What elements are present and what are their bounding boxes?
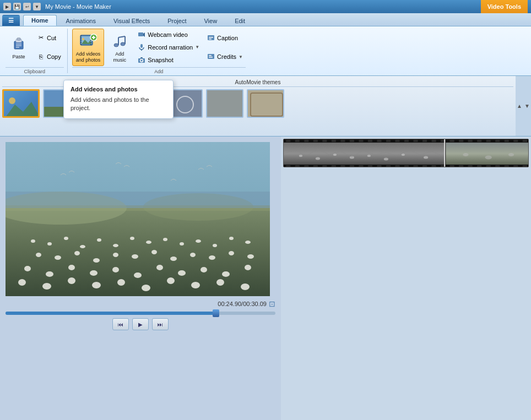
video-preview xyxy=(6,142,270,296)
svg-rect-115 xyxy=(322,140,327,142)
svg-point-166 xyxy=(299,155,302,157)
quick-access-more[interactable]: ▼ xyxy=(33,3,41,10)
svg-rect-39 xyxy=(209,55,212,56)
svg-point-168 xyxy=(333,154,337,156)
svg-rect-112 xyxy=(295,140,300,142)
svg-point-101 xyxy=(92,282,101,288)
progress-bar[interactable] xyxy=(6,312,275,315)
themes-scroll-down[interactable]: ▼ xyxy=(523,76,531,136)
caption-col: Caption Credits ▼ xyxy=(204,29,246,66)
svg-rect-149 xyxy=(386,165,391,167)
mic-icon xyxy=(138,43,145,51)
expand-icon[interactable]: ⊡ xyxy=(269,299,275,308)
record-dropdown-arrow[interactable]: ▼ xyxy=(195,45,199,50)
tooltip-desc: Add videos and photos to the project. xyxy=(71,96,166,113)
svg-rect-140 xyxy=(304,165,308,167)
snapshot-button[interactable]: Snapshot xyxy=(135,54,202,66)
svg-rect-157 xyxy=(459,165,463,167)
svg-rect-138 xyxy=(286,165,290,167)
add-videos-button[interactable]: Add videosand photos xyxy=(72,29,105,66)
svg-point-104 xyxy=(167,277,175,284)
cut-copy-col: ✂ Cut ⎘ Copy xyxy=(34,29,64,66)
timeline-video-strip[interactable] xyxy=(283,139,529,167)
credits-icon xyxy=(207,53,215,61)
svg-point-97 xyxy=(245,265,251,270)
svg-point-63 xyxy=(64,237,68,240)
themes-scroll-up[interactable]: ▲ xyxy=(516,76,523,136)
copy-button[interactable]: ⎘ Copy xyxy=(34,51,64,63)
svg-rect-130 xyxy=(459,140,463,142)
tab-app[interactable]: ☰ xyxy=(2,15,20,26)
svg-point-81 xyxy=(151,250,157,254)
svg-point-80 xyxy=(132,254,138,259)
theme-thumb-6[interactable] xyxy=(206,89,243,118)
tab-animations[interactable]: Animations xyxy=(58,15,104,26)
svg-point-68 xyxy=(146,241,151,244)
forward-button[interactable]: ⏭ xyxy=(152,318,169,330)
scissors-icon: ✂ xyxy=(37,34,45,42)
quick-access-undo[interactable]: ↩ xyxy=(23,3,31,10)
svg-rect-127 xyxy=(431,140,436,142)
credits-button[interactable]: Credits ▼ xyxy=(204,51,246,63)
svg-rect-12 xyxy=(80,40,82,41)
cut-button[interactable]: ✂ Cut xyxy=(34,32,64,44)
svg-point-99 xyxy=(42,283,51,290)
theme-thumb-7[interactable] xyxy=(247,89,284,118)
svg-point-69 xyxy=(163,238,167,241)
svg-rect-111 xyxy=(286,140,290,142)
svg-point-24 xyxy=(121,42,125,46)
svg-rect-129 xyxy=(450,140,454,142)
webcam-button[interactable]: Webcam video xyxy=(135,29,202,41)
svg-point-65 xyxy=(97,238,101,242)
svg-point-84 xyxy=(209,255,215,260)
svg-rect-40 xyxy=(209,57,213,58)
svg-rect-134 xyxy=(495,140,500,142)
svg-rect-141 xyxy=(313,165,318,167)
progress-handle[interactable] xyxy=(213,309,219,317)
preview-controls: 00:24.90/00:30.09 ⊡ ⏮ ▶ ⏭ xyxy=(6,296,275,334)
clipboard-label: Clipboard xyxy=(6,67,64,74)
svg-point-78 xyxy=(93,258,100,263)
svg-point-177 xyxy=(485,156,492,160)
rewind-button[interactable]: ⏮ xyxy=(112,318,129,330)
record-narration-button[interactable]: Record narration ▼ xyxy=(135,41,202,53)
svg-rect-30 xyxy=(140,44,143,48)
svg-point-9 xyxy=(82,38,84,40)
tab-edit[interactable]: Edit xyxy=(226,15,253,26)
quick-access-save[interactable]: 💾 xyxy=(13,3,21,10)
paste-button[interactable]: Paste xyxy=(6,29,32,66)
add-group-label: Add xyxy=(72,67,246,74)
tab-project[interactable]: Project xyxy=(159,15,194,26)
svg-point-83 xyxy=(190,253,196,257)
svg-point-169 xyxy=(350,156,354,159)
svg-rect-154 xyxy=(431,165,436,167)
svg-rect-139 xyxy=(295,165,300,167)
title-bar: ▶ 💾 ↩ ▼ My Movie - Movie Maker Video Too… xyxy=(0,0,531,13)
tab-visual-effects[interactable]: Visual Effects xyxy=(105,15,158,26)
svg-point-173 xyxy=(424,156,428,159)
svg-rect-125 xyxy=(413,140,418,142)
timeline-panel xyxy=(281,137,531,420)
snapshot-label: Snapshot xyxy=(148,57,173,63)
paste-icon xyxy=(10,35,28,52)
svg-rect-131 xyxy=(468,140,473,142)
svg-rect-163 xyxy=(513,165,518,167)
add-videos-icon xyxy=(79,32,97,50)
caption-label: Caption xyxy=(217,35,238,41)
credits-dropdown-arrow[interactable]: ▼ xyxy=(239,54,243,59)
svg-rect-161 xyxy=(495,165,500,167)
theme-thumb-1[interactable] xyxy=(2,89,40,118)
add-music-button[interactable]: Addmusic xyxy=(106,29,133,66)
svg-rect-2 xyxy=(17,38,20,40)
svg-point-43 xyxy=(9,97,15,104)
tab-view[interactable]: View xyxy=(196,15,225,26)
svg-rect-119 xyxy=(359,140,363,142)
svg-rect-159 xyxy=(477,165,481,167)
svg-rect-116 xyxy=(332,140,336,142)
tab-home[interactable]: Home xyxy=(23,15,57,26)
caption-button[interactable]: Caption xyxy=(204,32,246,44)
main-content: 00:24.90/00:30.09 ⊡ ⏮ ▶ ⏭ xyxy=(0,137,531,420)
play-button[interactable]: ▶ xyxy=(132,318,149,330)
svg-point-64 xyxy=(80,245,85,248)
svg-point-70 xyxy=(180,242,184,246)
